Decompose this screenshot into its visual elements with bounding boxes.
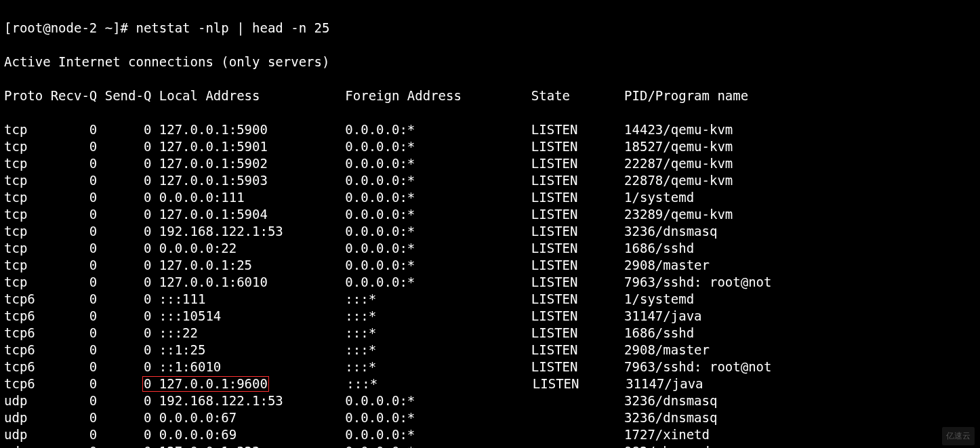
netstat-row: tcp6 0 0 ::1:6010 :::* LISTEN 7963/sshd:…	[4, 359, 976, 375]
netstat-row: tcp6 0 0 ::1:25 :::* LISTEN 2908/master	[4, 342, 976, 359]
netstat-row: tcp6 0 0 :::22 :::* LISTEN 1686/sshd	[4, 325, 976, 342]
netstat-row: tcp 0 0 127.0.0.1:25 0.0.0.0:* LISTEN 29…	[4, 257, 976, 274]
netstat-row: tcp 0 0 127.0.0.1:5902 0.0.0.0:* LISTEN …	[4, 155, 976, 172]
netstat-row: tcp 0 0 0.0.0.0:111 0.0.0.0:* LISTEN 1/s…	[4, 189, 976, 206]
netstat-row: tcp 0 0 127.0.0.1:5904 0.0.0.0:* LISTEN …	[4, 206, 976, 223]
watermark-badge: 亿速云	[942, 427, 975, 445]
prompt-line: [root@node-2 ~]# netstat -nlp | head -n …	[4, 20, 976, 37]
shell-command: netstat -nlp | head -n 25	[136, 20, 329, 35]
netstat-row: tcp 0 0 127.0.0.1:5901 0.0.0.0:* LISTEN …	[4, 138, 976, 155]
netstat-row: tcp 0 0 127.0.0.1:5900 0.0.0.0:* LISTEN …	[4, 121, 976, 138]
netstat-row: tcp 0 0 127.0.0.1:6010 0.0.0.0:* LISTEN …	[4, 274, 976, 291]
netstat-row: udp 0 0 0.0.0.0:67 0.0.0.0:* 3236/dnsmas…	[4, 409, 976, 426]
section-active-inet: Active Internet connections (only server…	[4, 54, 976, 70]
terminal[interactable]: [root@node-2 ~]# netstat -nlp | head -n …	[0, 0, 980, 448]
netstat-row: tcp6 0 0 :::10514 :::* LISTEN 31147/java	[4, 308, 976, 325]
netstat-row: tcp 0 0 192.168.122.1:53 0.0.0.0:* LISTE…	[4, 223, 976, 240]
netstat-row: tcp6 0 0 :::111 :::* LISTEN 1/systemd	[4, 291, 976, 308]
netstat-row: udp 0 0 0.0.0.0:69 0.0.0.0:* 1727/xinetd	[4, 426, 976, 443]
shell-prompt: [root@node-2 ~]#	[4, 20, 136, 35]
netstat-row: tcp 0 0 0.0.0.0:22 0.0.0.0:* LISTEN 1686…	[4, 240, 976, 257]
netstat-row: tcp6 0 0 127.0.0.1:9600 :::* LISTEN 3114…	[4, 375, 976, 392]
highlighted-cell: 0 127.0.0.1:9600	[142, 376, 269, 392]
netstat-row: udp 0 0 192.168.122.1:53 0.0.0.0:* 3236/…	[4, 392, 976, 409]
netstat-row: tcp 0 0 127.0.0.1:5903 0.0.0.0:* LISTEN …	[4, 172, 976, 189]
netstat-header: Proto Recv-Q Send-Q Local Address Foreig…	[4, 87, 976, 104]
netstat-row: udp 0 0 127.0.0.1:323 0.0.0.0:* 982/chro…	[4, 443, 976, 448]
